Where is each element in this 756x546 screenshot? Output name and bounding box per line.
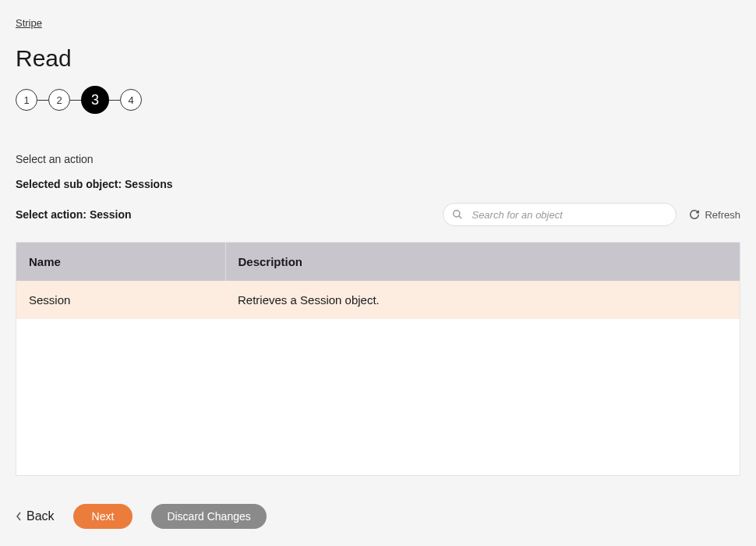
table-header-description[interactable]: Description: [225, 243, 740, 281]
step-4[interactable]: 4: [120, 89, 142, 111]
selected-sub-object-label: Selected sub object: Sessions: [16, 178, 740, 190]
table-cell-description: Retrieves a Session object.: [225, 281, 740, 319]
action-table: Name Description Session Retrieves a Ses…: [16, 243, 740, 319]
breadcrumb[interactable]: Stripe: [16, 17, 42, 29]
table-row[interactable]: Session Retrieves a Session object.: [16, 281, 740, 319]
svg-point-0: [454, 211, 460, 217]
search-icon: [452, 209, 463, 220]
step-3[interactable]: 3: [81, 86, 109, 114]
table-header-name[interactable]: Name: [16, 243, 225, 281]
footer-buttons: Back Next Discard Changes: [16, 504, 740, 529]
refresh-label: Refresh: [705, 209, 740, 221]
step-2[interactable]: 2: [48, 89, 70, 111]
page-title: Read: [16, 45, 740, 72]
table-container: Name Description Session Retrieves a Ses…: [16, 242, 740, 476]
back-button[interactable]: Back: [16, 509, 55, 523]
back-label: Back: [26, 509, 55, 523]
instruction-text: Select an action: [16, 153, 740, 165]
step-1[interactable]: 1: [16, 89, 37, 111]
refresh-button[interactable]: Refresh: [689, 209, 740, 221]
step-connector: [109, 100, 120, 101]
search-wrapper: [443, 203, 677, 226]
select-action-label: Select action: Session: [16, 208, 132, 221]
refresh-icon: [689, 209, 700, 220]
next-button[interactable]: Next: [73, 504, 133, 529]
stepper: 1 2 3 4: [16, 86, 740, 114]
step-connector: [70, 100, 81, 101]
table-cell-name: Session: [16, 281, 225, 319]
search-input[interactable]: [443, 203, 677, 226]
chevron-left-icon: [16, 512, 22, 521]
discard-button[interactable]: Discard Changes: [151, 504, 266, 529]
step-connector: [37, 100, 48, 101]
svg-line-1: [459, 216, 462, 219]
